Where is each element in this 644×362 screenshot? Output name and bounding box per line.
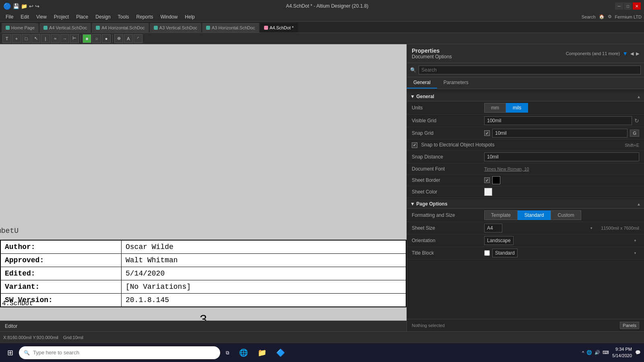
- clock[interactable]: 9:34 PM 5/14/2020: [612, 346, 632, 359]
- prop-tab-general[interactable]: General: [407, 77, 437, 88]
- coordinates: X:8160.000mil Y:920.000mil: [3, 335, 58, 340]
- home-icon[interactable]: 🏠: [599, 14, 605, 19]
- page-options-section-header[interactable]: ▼ Page Options ▲: [407, 200, 644, 209]
- tab-a4-schdot[interactable]: A4.SchDot *: [260, 23, 298, 33]
- menu-place[interactable]: Place: [73, 13, 91, 21]
- toolbar-rect-btn[interactable]: □: [22, 34, 31, 43]
- menu-window[interactable]: Window: [157, 13, 181, 21]
- taskbar-search-input[interactable]: [33, 350, 215, 356]
- visible-grid-input[interactable]: [484, 116, 632, 125]
- toolbar-green-btn[interactable]: ■: [83, 34, 91, 43]
- tab-a4-vertical[interactable]: A4 Vertical.SchDoc: [39, 23, 91, 33]
- prop-footer: Nothing selected Panels: [407, 319, 644, 331]
- search-icon: 🔍: [410, 67, 416, 73]
- task-view-btn[interactable]: ⧉: [222, 345, 233, 361]
- status-bar: X:8160.000mil Y:920.000mil Grid:10mil: [0, 331, 644, 343]
- toolbar-arc-btn[interactable]: ◜: [134, 34, 142, 43]
- network-icon[interactable]: 🌐: [586, 350, 592, 355]
- company-name: Fermium LTD: [615, 14, 642, 19]
- units-toggle-group: mm mils: [484, 103, 528, 113]
- menu-help[interactable]: Help: [182, 13, 198, 21]
- panels-btn[interactable]: Panels: [620, 322, 639, 329]
- tabs-bar: Home Page A4 Vertical.SchDoc A4 Horizont…: [0, 22, 644, 33]
- tab-home-page[interactable]: Home Page: [2, 23, 39, 33]
- snap-grid-g-btn[interactable]: G: [630, 130, 639, 137]
- taskbar-search[interactable]: 🔍: [19, 346, 220, 359]
- snap-electrical-checkbox[interactable]: ✓: [412, 142, 417, 148]
- table-row: SW Version: 20.1.8.145: [1, 294, 406, 306]
- title-block-checkbox[interactable]: [484, 250, 490, 256]
- toolbar-wave-btn[interactable]: ≈: [51, 34, 60, 43]
- settings-icon[interactable]: ⚙: [608, 14, 612, 19]
- toolbar-ptr-btn[interactable]: ↖: [31, 34, 40, 43]
- collapse-icon[interactable]: ◀: [630, 51, 634, 56]
- toolbar-text-btn[interactable]: T: [2, 34, 11, 43]
- toolbar-vert-btn[interactable]: |: [41, 34, 50, 43]
- notification-icon[interactable]: 💬: [635, 350, 641, 355]
- document-font-row: Document Font Times New Roman, 10: [407, 163, 644, 175]
- minimize-btn[interactable]: ─: [615, 2, 623, 10]
- save-icon[interactable]: 💾: [13, 3, 19, 9]
- menu-edit[interactable]: Edit: [17, 13, 32, 21]
- editor-tab[interactable]: Editor: [0, 321, 407, 331]
- general-section-header[interactable]: ▼ General ▲: [407, 92, 644, 101]
- sheet-border-checkbox[interactable]: ✓: [484, 177, 490, 183]
- toolbar-oval-btn[interactable]: ○: [92, 34, 101, 43]
- toolbar-arrow-btn[interactable]: →: [60, 34, 69, 43]
- close-btn[interactable]: ✕: [633, 2, 641, 10]
- title-block-select[interactable]: Standard ANSI None: [492, 249, 518, 257]
- title-bar: 🔵 💾 📁 ↩ ↪ A4.SchDot * - Altium Designer …: [0, 0, 644, 12]
- snap-grid-input[interactable]: [492, 129, 627, 138]
- prop-tab-parameters[interactable]: Parameters: [437, 77, 475, 88]
- folder-icon[interactable]: 📁: [21, 3, 27, 9]
- tray-chevron-icon[interactable]: ^: [582, 350, 584, 355]
- maximize-btn[interactable]: □: [624, 2, 632, 10]
- filename-label: 4.SchDot: [2, 300, 33, 307]
- title-bar-left: 🔵 💾 📁 ↩ ↪: [3, 2, 39, 10]
- document-font-link[interactable]: Times New Roman, 10: [484, 167, 529, 171]
- orientation-select[interactable]: Landscape Portrait: [484, 236, 514, 245]
- visible-grid-row: Visible Grid ↻: [407, 115, 644, 127]
- menu-tools[interactable]: Tools: [115, 13, 132, 21]
- toolbar-circ-btn[interactable]: ●: [102, 34, 111, 43]
- toolbar-text2-btn[interactable]: A: [124, 34, 133, 43]
- redo-btn[interactable]: ↪: [35, 3, 39, 9]
- sheet-border-color[interactable]: [492, 176, 500, 184]
- toolbar-power-btn[interactable]: ⊕: [114, 34, 123, 43]
- keyboard-icon[interactable]: ⌨: [603, 350, 609, 355]
- filter-icon[interactable]: ▼: [622, 50, 628, 57]
- snap-grid-checkbox[interactable]: ✓: [484, 130, 490, 136]
- toolbar-pin-btn[interactable]: ⊢: [70, 34, 79, 43]
- start-btn[interactable]: ⊞: [3, 345, 17, 361]
- format-standard-btn[interactable]: Standard: [518, 210, 551, 220]
- sheet-size-select[interactable]: A4 A3 A2 A1 A0 Letter: [484, 224, 502, 232]
- taskbar-altium-btn[interactable]: 🔷: [272, 345, 289, 361]
- menu-design[interactable]: Design: [92, 13, 114, 21]
- window-controls: ─ □ ✕: [615, 2, 641, 10]
- task-view-icon: ⧉: [226, 350, 229, 356]
- units-mils-btn[interactable]: mils: [506, 103, 528, 113]
- title-block: Author: Oscar Wilde Approved: Walt Whitm…: [0, 240, 407, 307]
- snap-distance-input[interactable]: [484, 152, 639, 161]
- canvas-area[interactable]: mbetU Author: Oscar Wilde Approved: Walt…: [0, 44, 407, 331]
- menu-file[interactable]: File: [2, 13, 17, 21]
- tab-a3-horizontal[interactable]: A3 Horizontal.SchDoc: [202, 23, 259, 33]
- tab-a4-horizontal[interactable]: A4 Horizontal.SchDoc: [92, 23, 149, 33]
- sheet-color-swatch[interactable]: [484, 188, 492, 196]
- search-label: Search: [582, 14, 596, 19]
- prop-search-input[interactable]: [419, 66, 641, 74]
- format-custom-btn[interactable]: Custom: [551, 210, 581, 220]
- visible-grid-refresh-btn[interactable]: ↻: [634, 117, 639, 124]
- undo-btn[interactable]: ↩: [29, 3, 33, 9]
- menu-project[interactable]: Project: [51, 13, 72, 21]
- taskbar-explorer-btn[interactable]: 📁: [254, 345, 270, 361]
- tab-a3-vertical[interactable]: A3 Vertical.SchDoc: [150, 23, 201, 33]
- speaker-icon[interactable]: 🔊: [594, 350, 600, 355]
- menu-reports[interactable]: Reports: [133, 13, 157, 21]
- format-template-btn[interactable]: Template: [484, 210, 518, 220]
- menu-view[interactable]: View: [33, 13, 50, 21]
- toolbar-add-btn[interactable]: +: [12, 34, 21, 43]
- expand-icon[interactable]: ▶: [636, 51, 639, 56]
- units-mm-btn[interactable]: mm: [484, 103, 506, 113]
- taskbar-edge-btn[interactable]: 🌐: [235, 345, 252, 361]
